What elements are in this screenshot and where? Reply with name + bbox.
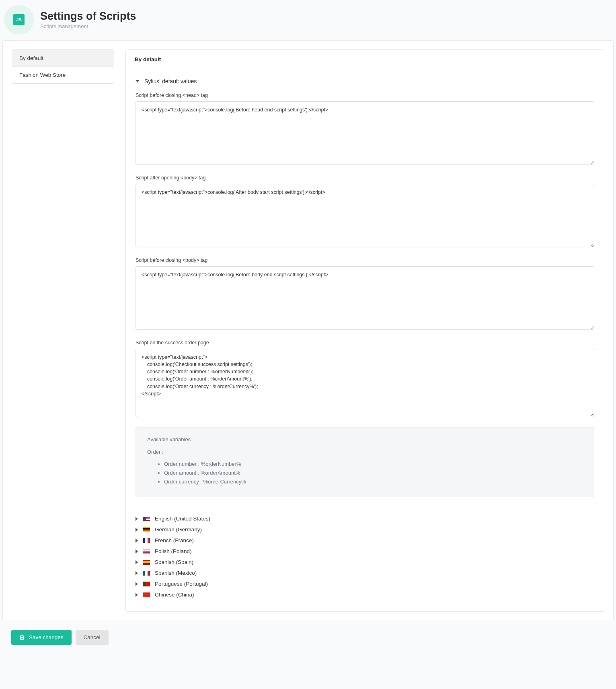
language-list: English (United States) German (Germany)…: [136, 513, 594, 600]
flag-de-icon: [143, 527, 150, 532]
textarea-body-start[interactable]: [136, 184, 594, 247]
caret-right-icon: [136, 571, 138, 575]
cancel-label: Cancel: [84, 634, 101, 640]
save-button[interactable]: Save changes: [11, 630, 72, 645]
cancel-button[interactable]: Cancel: [76, 630, 109, 645]
lang-label: Portuguese (Portugal): [155, 581, 208, 587]
channel-sidebar: By default Fashion Web Store: [12, 49, 114, 84]
page-header: JS Settings of Scripts Scripts managemen…: [0, 0, 616, 40]
lang-label: English (United States): [155, 516, 210, 522]
header-icon-circle: JS: [4, 5, 34, 35]
caret-right-icon: [136, 560, 138, 564]
accordion-label: Sylius' default values: [144, 78, 197, 84]
flag-mx-icon: [143, 571, 150, 576]
lang-label: Chinese (China): [155, 592, 194, 598]
accordion-default-values[interactable]: Sylius' default values: [136, 78, 594, 84]
textarea-head-end[interactable]: [136, 101, 594, 165]
sidebar-item-fashion-web-store[interactable]: Fashion Web Store: [12, 67, 114, 83]
flag-es-icon: [143, 560, 150, 565]
lang-de-de[interactable]: German (Germany): [136, 524, 594, 535]
label-head-end: Script before closing <head> tag: [136, 93, 594, 98]
lang-label: Spanish (Spain): [155, 559, 193, 565]
lang-label: Polish (Poland): [155, 548, 192, 554]
vars-list: Order number : %orderNumber% Order amoun…: [147, 460, 583, 486]
available-variables-box: Available variables Order : Order number…: [136, 427, 594, 497]
page-title: Settings of Scripts: [40, 10, 136, 23]
sidebar-item-default[interactable]: By default: [12, 50, 114, 67]
lang-pl-pl[interactable]: Polish (Poland): [136, 546, 594, 557]
js-icon: JS: [13, 14, 25, 25]
caret-down-icon: [136, 80, 140, 82]
lang-zh-cn[interactable]: Chinese (China): [136, 589, 594, 600]
textarea-body-end[interactable]: [136, 266, 594, 330]
caret-right-icon: [136, 582, 138, 586]
label-body-start: Script after opening <body> tag: [136, 175, 594, 181]
lang-label: French (France): [155, 537, 194, 543]
textarea-success-order[interactable]: [136, 349, 594, 417]
flag-fr-icon: [143, 538, 150, 543]
lang-label: German (Germany): [155, 527, 202, 533]
caret-right-icon: [136, 517, 138, 521]
var-order-currency: Order currency : %orderCurrency%: [164, 477, 583, 486]
vars-group: Order :: [147, 449, 583, 455]
lang-en-us[interactable]: English (United States): [136, 513, 594, 524]
flag-pl-icon: [143, 549, 150, 554]
lang-es-es[interactable]: Spanish (Spain): [136, 557, 594, 568]
vars-title: Available variables: [147, 436, 583, 442]
content-title: By default: [126, 50, 604, 69]
label-success-order: Script on the success order page: [136, 340, 594, 346]
caret-right-icon: [136, 549, 138, 553]
var-order-amount: Order amount : %orderAmount%: [164, 469, 583, 477]
page-subtitle: Scripts management: [40, 23, 136, 29]
save-icon: [19, 635, 25, 640]
lang-es-mx[interactable]: Spanish (Mexico): [136, 568, 594, 578]
caret-right-icon: [136, 528, 138, 532]
lang-pt-pt[interactable]: Portuguese (Portugal): [136, 578, 594, 589]
flag-us-icon: [143, 516, 150, 521]
var-order-number: Order number : %orderNumber%: [164, 460, 583, 469]
save-label: Save changes: [29, 634, 64, 640]
label-body-end: Script before closing <body> tag: [136, 257, 594, 263]
flag-cn-icon: [143, 592, 150, 597]
content-panel: By default Sylius' default values Script…: [125, 49, 604, 612]
lang-fr-fr[interactable]: French (France): [136, 535, 594, 546]
lang-label: Spanish (Mexico): [155, 570, 197, 576]
caret-right-icon: [136, 593, 138, 597]
flag-pt-icon: [143, 582, 150, 586]
caret-right-icon: [136, 539, 138, 543]
